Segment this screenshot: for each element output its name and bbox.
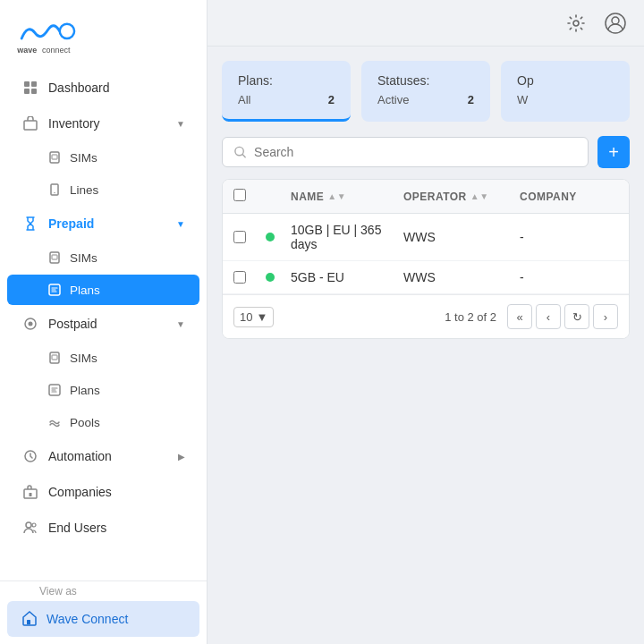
logo-area: wave connect xyxy=(0,0,207,70)
select-all-checkbox[interactable] xyxy=(233,189,246,201)
sim-post-icon xyxy=(47,350,63,366)
sidebar-label-postpaid: Postpaid xyxy=(48,317,176,331)
plans-card-title: Plans: xyxy=(238,73,335,88)
sidebar-item-plans-prepaid[interactable]: Plans xyxy=(7,275,199,305)
chevron-down-icon: ▼ xyxy=(176,119,185,129)
sidebar-item-companies[interactable]: Companies xyxy=(7,475,199,509)
prev-page-button[interactable]: ‹ xyxy=(536,304,561,329)
wave-connect-footer[interactable]: Wave Connect xyxy=(7,601,199,637)
user-profile-button[interactable] xyxy=(601,9,630,38)
row1-name: 10GB | EU | 365 days xyxy=(291,223,403,251)
svg-rect-17 xyxy=(52,355,57,360)
svg-rect-4 xyxy=(31,81,37,87)
hourglass-icon xyxy=(21,215,39,233)
search-box xyxy=(222,137,589,167)
sidebar-label-plans-pre: Plans xyxy=(70,284,100,297)
sidebar-label-plans-post: Plans xyxy=(70,384,100,397)
sidebar-label-pools-post: Pools xyxy=(70,416,100,429)
sidebar-item-inventory[interactable]: Inventory ▼ xyxy=(7,106,199,140)
svg-point-15 xyxy=(29,322,33,326)
sidebar-item-prepaid[interactable]: Prepaid ▼ xyxy=(7,207,199,241)
chevron-down-postpaid-icon: ▼ xyxy=(176,319,185,329)
statuses-card: Statuses: Active 2 xyxy=(361,61,490,122)
svg-text:connect: connect xyxy=(42,46,71,55)
svg-point-27 xyxy=(612,17,619,24)
page-size-selector[interactable]: 10 ▼ xyxy=(233,307,274,327)
header-operator-label: OPERATOR xyxy=(403,191,467,203)
plans-table: NAME ▲▼ OPERATOR ▲▼ COMPANY 10GB | EU | … xyxy=(222,179,630,339)
page-size-value: 10 xyxy=(240,310,252,324)
summary-cards: Plans: All 2 Statuses: Active 2 Op W xyxy=(222,61,630,122)
table-row: 10GB | EU | 365 days WWS - xyxy=(223,214,629,261)
row2-operator: WWS xyxy=(403,270,520,284)
sort-operator-icon[interactable]: ▲▼ xyxy=(470,192,489,201)
sidebar-item-plans-postpaid[interactable]: Plans xyxy=(7,375,199,405)
sidebar-item-sims-prepaid[interactable]: SIMs xyxy=(7,242,199,273)
svg-rect-7 xyxy=(24,121,37,130)
add-button[interactable]: + xyxy=(597,136,630,168)
sidebar-bottom: View as Wave Connect xyxy=(0,580,207,644)
sidebar-label-sims-pre: SIMs xyxy=(70,251,97,265)
plans-card: Plans: All 2 xyxy=(222,61,351,122)
plan-icon xyxy=(47,282,63,298)
sim-prepaid-icon xyxy=(47,250,63,266)
row1-checkbox[interactable] xyxy=(233,231,246,243)
sidebar-label-sims-inv: SIMs xyxy=(70,151,97,165)
sidebar-item-pools-postpaid[interactable]: Pools xyxy=(7,407,199,437)
svg-rect-24 xyxy=(27,620,30,624)
sidebar-item-end-users[interactable]: End Users xyxy=(7,511,199,545)
operator-card: Op W xyxy=(501,61,630,122)
sidebar-item-lines-inventory[interactable]: Lines xyxy=(7,174,199,205)
row2-company: - xyxy=(520,270,618,284)
users-icon xyxy=(21,519,39,537)
row2-checkbox-wrap xyxy=(233,271,266,284)
sidebar-item-dashboard[interactable]: Dashboard xyxy=(7,71,199,105)
header-name-label: NAME xyxy=(291,191,324,203)
toolbar: + xyxy=(222,136,630,168)
box-icon xyxy=(21,114,39,132)
svg-point-0 xyxy=(60,24,74,38)
phone-icon xyxy=(47,182,63,198)
sidebar-label-lines-inv: Lines xyxy=(70,183,98,197)
sidebar-label-sims-post: SIMs xyxy=(70,352,97,365)
row1-checkbox-wrap xyxy=(233,231,266,243)
svg-rect-21 xyxy=(30,493,32,496)
chevron-right-icon: ▶ xyxy=(178,452,185,462)
company-icon xyxy=(21,483,39,501)
row2-checkbox[interactable] xyxy=(233,271,246,284)
sort-name-icon[interactable]: ▲▼ xyxy=(327,192,346,201)
sidebar-label-prepaid: Prepaid xyxy=(48,216,176,231)
header-checkbox-col xyxy=(233,189,266,204)
next-page-button[interactable]: › xyxy=(593,304,618,329)
sidebar-item-postpaid[interactable]: Postpaid ▼ xyxy=(7,307,199,341)
sidebar-item-sims-inventory[interactable]: SIMs xyxy=(7,142,199,173)
sidebar-item-sims-postpaid[interactable]: SIMs xyxy=(7,343,199,373)
sidebar-item-automation[interactable]: Automation ▶ xyxy=(7,439,199,473)
sidebar-label-dashboard: Dashboard xyxy=(48,80,185,95)
pool-icon xyxy=(47,414,63,430)
sidebar: wave connect Dashboard Inventory ▼ SIMs … xyxy=(0,0,208,644)
table-row: 5GB - EU WWS - xyxy=(223,261,629,294)
svg-text:wave: wave xyxy=(16,46,37,55)
row2-name: 5GB - EU xyxy=(291,270,403,284)
svg-point-25 xyxy=(573,21,579,26)
svg-rect-12 xyxy=(52,255,57,259)
page-size-chevron-icon: ▼ xyxy=(256,310,267,324)
header-name: NAME ▲▼ xyxy=(291,191,403,203)
main-content: Plans: All 2 Statuses: Active 2 Op W xyxy=(208,0,644,644)
search-input[interactable] xyxy=(254,145,577,159)
plans-card-key: All xyxy=(238,93,250,106)
header-company: COMPANY xyxy=(520,191,618,203)
svg-rect-9 xyxy=(52,155,57,159)
first-page-button[interactable]: « xyxy=(507,304,532,329)
view-as-label: View as xyxy=(0,581,207,597)
grid-icon xyxy=(21,79,39,97)
refresh-button[interactable]: ↻ xyxy=(564,304,589,329)
sidebar-label-companies: Companies xyxy=(48,485,185,499)
topbar xyxy=(208,0,644,47)
row1-company: - xyxy=(520,230,618,244)
settings-button[interactable] xyxy=(562,9,590,38)
home-icon xyxy=(21,610,39,628)
page-controls: 1 to 2 of 2 « ‹ ↻ › xyxy=(437,304,618,329)
statuses-card-title: Statuses: xyxy=(377,73,474,88)
